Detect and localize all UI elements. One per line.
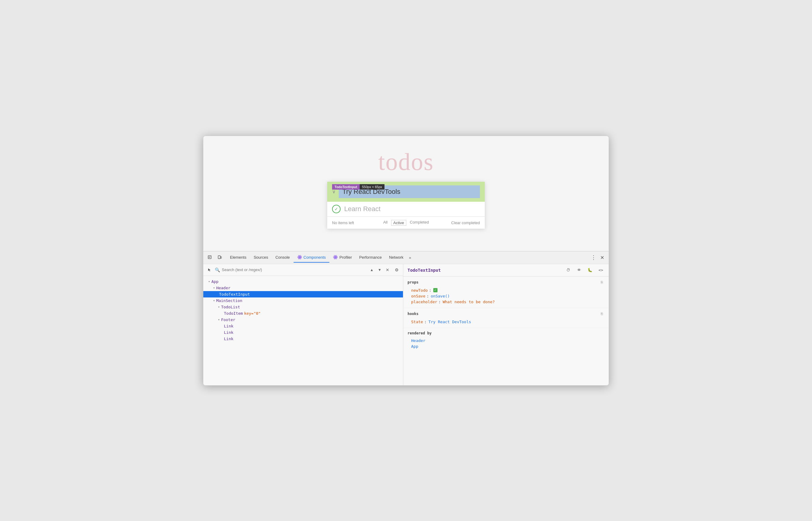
app-title: todos bbox=[378, 148, 433, 176]
tree-item-mainsection[interactable]: ▾ MainSection bbox=[203, 297, 403, 304]
comp-name-footer: Footer bbox=[221, 317, 235, 322]
tab-profiler[interactable]: Profiler bbox=[329, 252, 355, 263]
prop-row-placeholder: placeholder : What needs to be done? bbox=[407, 299, 605, 305]
props-section: props ⎘ newTodo : ✓ onSave : bbox=[403, 276, 609, 308]
todo-second-row: ✓ Learn React bbox=[327, 202, 485, 217]
code-icon-btn[interactable]: <> bbox=[597, 267, 605, 274]
devtools-right-panel: TodoTextInput ⏱ 👁 🐛 <> props ⎘ newTodo bbox=[403, 264, 609, 385]
search-input[interactable] bbox=[222, 268, 367, 272]
prop-colon-onsave: : bbox=[427, 294, 429, 298]
prop-value-newtodo: ✓ bbox=[433, 288, 437, 292]
element-tooltip: TodoTextInput 550px × 65px bbox=[332, 184, 384, 189]
svg-point-9 bbox=[335, 256, 336, 258]
svg-rect-3 bbox=[218, 256, 220, 259]
prop-colon-newtodo: : bbox=[429, 288, 431, 293]
comp-name-header: Header bbox=[216, 286, 230, 290]
props-section-title: props bbox=[407, 280, 419, 285]
search-bar: 🔍 ▲ ▼ ✕ ⚙ bbox=[203, 264, 403, 276]
rendered-by-header-link[interactable]: Header bbox=[407, 338, 605, 343]
rendered-by-section: rendered by Header App bbox=[403, 328, 609, 352]
tree-toggle-todolist: ▾ bbox=[218, 305, 220, 309]
device-toggle-btn[interactable] bbox=[216, 253, 224, 262]
tab-profiler-label: Profiler bbox=[339, 255, 352, 259]
todo-footer-bar: No items left All Active Completed Clear… bbox=[327, 217, 485, 229]
prop-value-placeholder: What needs to be done? bbox=[443, 300, 495, 304]
tree-item-link-1[interactable]: Link bbox=[203, 323, 403, 329]
cursor-btn[interactable] bbox=[206, 266, 213, 273]
tree-toggle-footer: ▾ bbox=[218, 318, 220, 322]
todo-items-left: No items left bbox=[332, 221, 383, 225]
prop-row-newtodo: newTodo : ✓ bbox=[407, 288, 605, 293]
tree-item-link-2[interactable]: Link bbox=[203, 329, 403, 336]
todo-input-area: ∨ Try React DevTools TodoTextInput 550px… bbox=[327, 182, 485, 202]
prop-key-newtodo: newTodo bbox=[411, 288, 428, 293]
app-area: todos ∨ Try React DevTools TodoTextInput… bbox=[203, 136, 609, 251]
react-components-icon bbox=[297, 255, 302, 259]
comp-name-todolist: TodoList bbox=[221, 305, 240, 309]
tree-item-link-3[interactable]: Link bbox=[203, 336, 403, 342]
todo-app-container: ∨ Try React DevTools TodoTextInput 550px… bbox=[327, 182, 485, 229]
tree-item-todolist[interactable]: ▾ TodoList bbox=[203, 304, 403, 310]
bug-icon-btn[interactable]: 🐛 bbox=[586, 267, 593, 274]
search-clear-btn[interactable]: ✕ bbox=[384, 267, 391, 273]
comp-name-todoitem: TodoItem bbox=[224, 311, 243, 316]
rendered-by-title: rendered by bbox=[407, 331, 431, 335]
tree-item-footer[interactable]: ▾ Footer bbox=[203, 317, 403, 323]
tree-item-app[interactable]: ▾ App bbox=[203, 278, 403, 285]
hook-colon: : bbox=[424, 320, 427, 324]
eye-icon-btn[interactable]: 👁 bbox=[576, 267, 583, 274]
devtools-close-btn[interactable]: ✕ bbox=[598, 253, 606, 262]
tab-elements[interactable]: Elements bbox=[226, 253, 250, 263]
devtools-left-panel: 🔍 ▲ ▼ ✕ ⚙ ▾ App bbox=[203, 264, 403, 385]
hook-row-state: State : Try React DevTools bbox=[407, 319, 605, 325]
hooks-copy-btn[interactable]: ⎘ bbox=[599, 311, 605, 317]
hook-key-state: State bbox=[411, 320, 423, 324]
tree-item-todoitem[interactable]: TodoItem key="0" bbox=[203, 310, 403, 317]
svg-rect-0 bbox=[208, 256, 211, 259]
tab-performance[interactable]: Performance bbox=[356, 253, 385, 263]
rendered-by-app-link[interactable]: App bbox=[407, 343, 605, 349]
clear-completed[interactable]: Clear completed bbox=[429, 221, 480, 225]
hooks-section: hooks ⎘ State : Try React DevTools bbox=[403, 308, 609, 328]
comp-name-link-3: Link bbox=[224, 337, 233, 341]
check-circle-icon: ✓ bbox=[332, 205, 341, 213]
inspect-element-btn[interactable] bbox=[206, 253, 214, 262]
svg-point-5 bbox=[299, 256, 300, 258]
filter-completed[interactable]: Completed bbox=[410, 220, 429, 226]
devtools-panel: Elements Sources Console Components bbox=[203, 251, 609, 385]
browser-window: todos ∨ Try React DevTools TodoTextInput… bbox=[203, 136, 609, 386]
tab-console[interactable]: Console bbox=[272, 253, 294, 263]
tab-more-btn[interactable]: » bbox=[407, 253, 413, 262]
devtools-menu-btn[interactable]: ⋮ bbox=[589, 253, 598, 262]
devtools-body: 🔍 ▲ ▼ ✕ ⚙ ▾ App bbox=[203, 264, 609, 385]
chevron-icon: ∨ bbox=[332, 189, 336, 195]
tab-components[interactable]: Components bbox=[294, 252, 330, 263]
tree-toggle-app: ▾ bbox=[208, 279, 210, 284]
props-section-header: props ⎘ bbox=[407, 279, 605, 285]
prop-key-placeholder: placeholder bbox=[411, 300, 437, 304]
selected-component-name: TodoTextInput bbox=[407, 268, 561, 273]
svg-rect-4 bbox=[221, 256, 222, 258]
comp-attr-key: key="0" bbox=[244, 311, 261, 316]
prop-colon-placeholder: : bbox=[438, 300, 441, 304]
todo-filter-links: All Active Completed bbox=[383, 220, 429, 226]
tooltip-size-label: 550px × 65px bbox=[360, 184, 384, 189]
timer-icon-btn[interactable]: ⏱ bbox=[564, 267, 572, 274]
tree-item-todotextinput[interactable]: TodoTextInput bbox=[203, 291, 403, 297]
tooltip-component-label: TodoTextInput bbox=[332, 184, 360, 189]
filter-active[interactable]: Active bbox=[391, 220, 406, 226]
filter-all[interactable]: All bbox=[383, 220, 387, 226]
checkbox-checked-icon: ✓ bbox=[433, 288, 437, 292]
search-prev-btn[interactable]: ▲ bbox=[368, 267, 375, 273]
search-nav: ▲ ▼ ✕ bbox=[368, 267, 391, 273]
tree-toggle-header: ▾ bbox=[213, 286, 215, 290]
search-next-btn[interactable]: ▼ bbox=[376, 267, 383, 273]
devtools-left-icons bbox=[206, 253, 224, 262]
tab-network[interactable]: Network bbox=[385, 253, 407, 263]
props-copy-btn[interactable]: ⎘ bbox=[599, 279, 605, 285]
search-settings-btn[interactable]: ⚙ bbox=[393, 266, 401, 274]
tab-sources[interactable]: Sources bbox=[250, 253, 272, 263]
hooks-section-header: hooks ⎘ bbox=[407, 311, 605, 317]
tree-item-header[interactable]: ▾ Header bbox=[203, 285, 403, 291]
search-icon: 🔍 bbox=[215, 268, 220, 272]
